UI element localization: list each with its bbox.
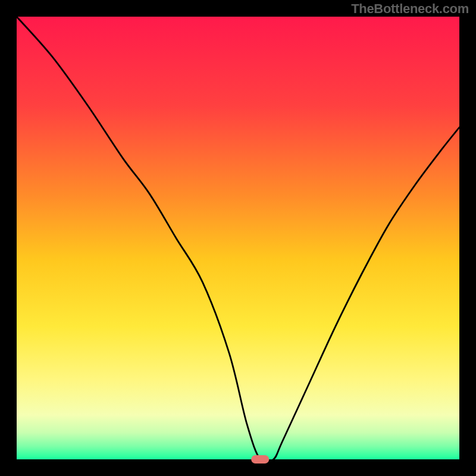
attribution-label: TheBottleneck.com [351,1,469,17]
optimum-marker [251,455,269,464]
plot-background [17,17,459,459]
chart-container: TheBottleneck.com [0,0,476,476]
bottleneck-chart [0,0,476,476]
